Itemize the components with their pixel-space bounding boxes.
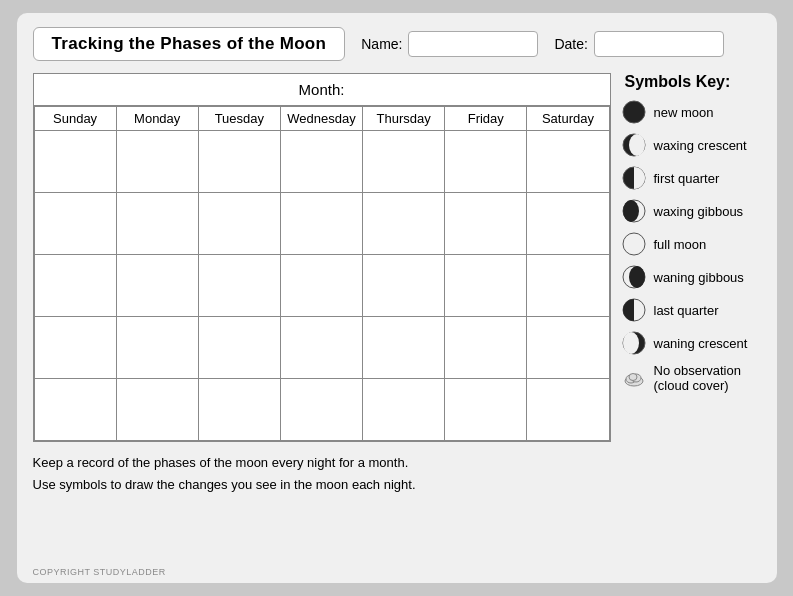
instructions: Keep a record of the phases of the moon …	[33, 452, 611, 496]
date-field: Date:	[554, 31, 723, 57]
key-item-first-quarter: first quarter	[621, 165, 761, 191]
table-row	[34, 379, 609, 441]
key-label-last-quarter: last quarter	[654, 303, 719, 318]
name-input[interactable]	[408, 31, 538, 57]
waning-crescent-icon	[621, 330, 647, 356]
key-item-waning-crescent: waning crescent	[621, 330, 761, 356]
date-input[interactable]	[594, 31, 724, 57]
svg-point-6	[623, 233, 645, 255]
table-row	[34, 317, 609, 379]
cell[interactable]	[116, 317, 198, 379]
cell[interactable]	[445, 131, 527, 193]
cell[interactable]	[445, 317, 527, 379]
svg-point-15	[629, 374, 637, 381]
new-moon-icon	[621, 99, 647, 125]
cloud-icon	[621, 365, 647, 391]
key-label-full-moon: full moon	[654, 237, 707, 252]
cell[interactable]	[34, 255, 116, 317]
table-row	[34, 193, 609, 255]
table-row	[34, 255, 609, 317]
cell[interactable]	[34, 193, 116, 255]
name-field: Name:	[361, 31, 538, 57]
key-item-full-moon: full moon	[621, 231, 761, 257]
day-saturday: Saturday	[527, 107, 609, 131]
cell[interactable]	[363, 379, 445, 441]
month-header: Month:	[34, 74, 610, 106]
full-moon-icon	[621, 231, 647, 257]
cell[interactable]	[445, 255, 527, 317]
header: Tracking the Phases of the Moon Name: Da…	[33, 27, 761, 61]
day-monday: Monday	[116, 107, 198, 131]
day-sunday: Sunday	[34, 107, 116, 131]
waxing-crescent-icon	[621, 132, 647, 158]
page: Tracking the Phases of the Moon Name: Da…	[17, 13, 777, 583]
cell[interactable]	[527, 131, 609, 193]
cell[interactable]	[116, 255, 198, 317]
key-label-new-moon: new moon	[654, 105, 714, 120]
key-label-first-quarter: first quarter	[654, 171, 720, 186]
key-item-no-observation: No observation (cloud cover)	[621, 363, 761, 393]
cell[interactable]	[527, 379, 609, 441]
key-label-waxing-crescent: waxing crescent	[654, 138, 747, 153]
cell[interactable]	[363, 131, 445, 193]
cell[interactable]	[363, 255, 445, 317]
table-row	[34, 131, 609, 193]
key-item-last-quarter: last quarter	[621, 297, 761, 323]
cell[interactable]	[280, 193, 362, 255]
key-label-waning-gibbous: waning gibbous	[654, 270, 744, 285]
cell[interactable]	[445, 193, 527, 255]
cell[interactable]	[116, 379, 198, 441]
day-wednesday: Wednesday	[280, 107, 362, 131]
svg-point-8	[629, 266, 645, 288]
cell[interactable]	[116, 193, 198, 255]
cell[interactable]	[116, 131, 198, 193]
cell[interactable]	[445, 379, 527, 441]
last-quarter-icon	[621, 297, 647, 323]
cell[interactable]	[363, 193, 445, 255]
svg-point-11	[623, 332, 639, 354]
key-item-waning-gibbous: waning gibbous	[621, 264, 761, 290]
page-title: Tracking the Phases of the Moon	[33, 27, 346, 61]
days-header-row: Sunday Monday Tuesday Wednesday Thursday…	[34, 107, 609, 131]
instruction-line-1: Keep a record of the phases of the moon …	[33, 452, 611, 474]
cell[interactable]	[280, 255, 362, 317]
cell[interactable]	[280, 131, 362, 193]
day-thursday: Thursday	[363, 107, 445, 131]
cell[interactable]	[198, 131, 280, 193]
waxing-gibbous-icon	[621, 198, 647, 224]
svg-point-2	[629, 134, 645, 156]
cell[interactable]	[280, 379, 362, 441]
cell[interactable]	[34, 131, 116, 193]
name-label: Name:	[361, 36, 402, 52]
instruction-line-2: Use symbols to draw the changes you see …	[33, 474, 611, 496]
cell[interactable]	[527, 317, 609, 379]
key-title: Symbols Key:	[625, 73, 761, 91]
date-label: Date:	[554, 36, 587, 52]
svg-point-0	[623, 101, 645, 123]
calendar-container: Month: Sunday Monday Tuesday Wednesday T…	[33, 73, 611, 442]
waning-gibbous-icon	[621, 264, 647, 290]
cell[interactable]	[198, 255, 280, 317]
day-friday: Friday	[445, 107, 527, 131]
cell[interactable]	[198, 379, 280, 441]
cell[interactable]	[363, 317, 445, 379]
cell[interactable]	[198, 317, 280, 379]
svg-point-5	[623, 200, 639, 222]
key-label-waning-crescent: waning crescent	[654, 336, 748, 351]
calendar-section: Month: Sunday Monday Tuesday Wednesday T…	[33, 73, 611, 496]
first-quarter-icon	[621, 165, 647, 191]
cell[interactable]	[280, 317, 362, 379]
cell[interactable]	[198, 193, 280, 255]
main-area: Month: Sunday Monday Tuesday Wednesday T…	[33, 73, 761, 496]
key-label-waxing-gibbous: waxing gibbous	[654, 204, 744, 219]
key-label-no-observation: No observation (cloud cover)	[654, 363, 761, 393]
key-item-waxing-crescent: waxing crescent	[621, 132, 761, 158]
symbols-key: Symbols Key: new moon waxing crescent	[621, 73, 761, 496]
cell[interactable]	[527, 193, 609, 255]
cell[interactable]	[527, 255, 609, 317]
cell[interactable]	[34, 317, 116, 379]
day-tuesday: Tuesday	[198, 107, 280, 131]
copyright: COPYRIGHT STUDYLADDER	[33, 567, 166, 577]
cell[interactable]	[34, 379, 116, 441]
key-item-waxing-gibbous: waxing gibbous	[621, 198, 761, 224]
